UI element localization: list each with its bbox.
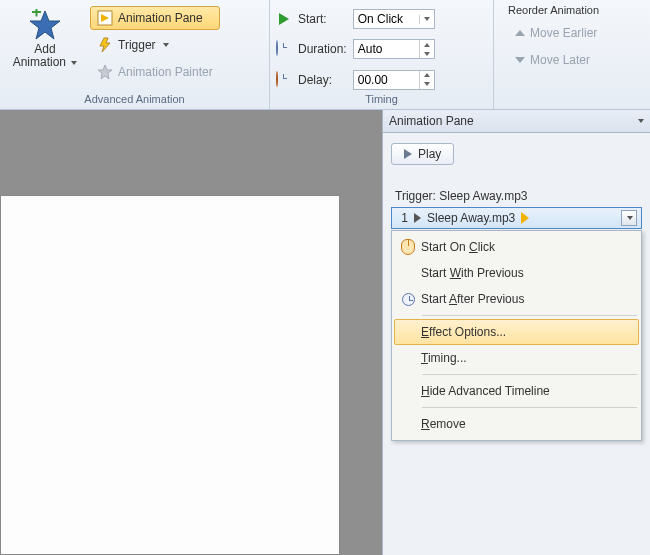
animation-pane-button[interactable]: Animation Pane [90, 6, 220, 30]
move-later-button[interactable]: Move Later [508, 48, 604, 72]
chevron-down-icon [71, 61, 77, 65]
context-menu: Start On Click Start With Previous Start… [391, 230, 642, 441]
duration-combo[interactable] [353, 39, 435, 59]
group-timing: Start: Duration: Delay: Timi [270, 0, 494, 109]
menu-separator [422, 374, 637, 375]
delay-value[interactable] [354, 73, 412, 87]
slide-canvas[interactable] [0, 195, 340, 555]
animation-pane: Animation Pane Play Trigger: Sleep Away.… [382, 110, 650, 555]
animation-pane-icon [97, 10, 113, 26]
spin-up-icon[interactable] [420, 40, 434, 49]
pane-title: Animation Pane [389, 114, 474, 128]
add-animation-label: Add Animation [13, 43, 78, 69]
lightning-icon [97, 37, 113, 53]
mouse-icon [401, 239, 415, 255]
item-number: 1 [396, 211, 408, 225]
menu-separator [422, 407, 637, 408]
media-flag-icon [521, 212, 529, 224]
chevron-down-icon [627, 216, 633, 220]
trigger-label: Trigger [118, 38, 156, 52]
duration-value[interactable] [354, 42, 412, 56]
animation-pane-label: Animation Pane [118, 11, 203, 25]
svg-marker-6 [98, 65, 112, 79]
menu-separator [422, 315, 637, 316]
pane-title-bar: Animation Pane [383, 110, 650, 133]
clock-icon [276, 41, 292, 57]
play-button[interactable]: Play [391, 143, 454, 165]
svg-marker-5 [100, 38, 110, 52]
animation-painter-button[interactable]: Animation Painter [90, 60, 220, 84]
move-later-label: Move Later [530, 53, 590, 67]
menu-start-with-previous[interactable]: Start With Previous [394, 260, 639, 286]
menu-start-after-previous[interactable]: Start After Previous [394, 286, 639, 312]
play-label: Play [418, 147, 441, 161]
svg-marker-7 [279, 13, 289, 25]
reorder-header: Reorder Animation [508, 4, 604, 16]
play-icon [404, 149, 412, 159]
group-label-advanced: Advanced Animation [6, 93, 263, 107]
spin-down-icon[interactable] [420, 80, 434, 89]
chevron-down-icon [163, 43, 169, 47]
group-reorder: Reorder Animation Move Earlier Move Late… [494, 0, 650, 109]
ribbon: Add Animation Animation Pane Trigger Ani… [0, 0, 650, 110]
painter-star-icon [97, 64, 113, 80]
svg-marker-0 [30, 11, 60, 39]
start-value[interactable] [354, 12, 412, 26]
menu-start-on-click[interactable]: Start On Click [394, 234, 639, 260]
spin-down-icon[interactable] [420, 49, 434, 58]
move-earlier-button[interactable]: Move Earlier [508, 21, 604, 45]
item-name: Sleep Away.mp3 [427, 211, 515, 225]
menu-timing[interactable]: Timing... [394, 345, 639, 371]
start-combo[interactable] [353, 9, 435, 29]
star-add-icon [29, 9, 61, 41]
item-dropdown-button[interactable] [621, 210, 637, 226]
move-earlier-label: Move Earlier [530, 26, 597, 40]
delay-clock-icon [276, 72, 292, 88]
chevron-down-icon[interactable] [420, 15, 434, 24]
delay-label: Delay: [298, 73, 347, 87]
menu-remove[interactable]: Remove [394, 411, 639, 437]
menu-hide-timeline[interactable]: Hide Advanced Timeline [394, 378, 639, 404]
slide-area [0, 110, 382, 555]
delay-combo[interactable] [353, 70, 435, 90]
spin-up-icon[interactable] [420, 71, 434, 80]
start-label: Start: [298, 12, 347, 26]
workspace: Animation Pane Play Trigger: Sleep Away.… [0, 110, 650, 555]
menu-effect-options[interactable]: Effect Options... [394, 319, 639, 345]
duration-label: Duration: [298, 42, 347, 56]
down-triangle-icon [515, 57, 525, 63]
animation-list-item[interactable]: 1 Sleep Away.mp3 [391, 207, 642, 229]
trigger-button[interactable]: Trigger [90, 33, 220, 57]
group-advanced-animation: Add Animation Animation Pane Trigger Ani… [0, 0, 270, 109]
group-label-timing: Timing [276, 93, 487, 107]
up-triangle-icon [515, 30, 525, 36]
svg-rect-2 [36, 9, 38, 17]
play-triangle-icon [414, 213, 421, 223]
pane-dropdown-icon[interactable] [638, 119, 644, 123]
trigger-header: Trigger: Sleep Away.mp3 [391, 187, 642, 205]
play-icon [276, 11, 292, 27]
animation-painter-label: Animation Painter [118, 65, 213, 79]
clock-icon [402, 293, 415, 306]
add-animation-button[interactable]: Add Animation [6, 4, 84, 93]
